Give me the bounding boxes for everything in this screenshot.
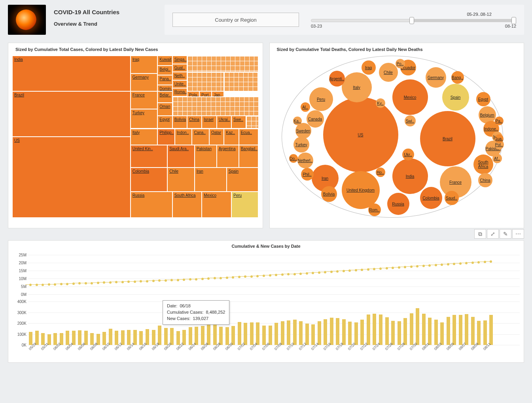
bar[interactable]: [428, 318, 432, 345]
bar[interactable]: [330, 318, 333, 345]
bar[interactable]: [281, 321, 284, 345]
bubble-cell[interactable]: Peru: [309, 87, 333, 111]
bubble-cell[interactable]: Bang..: [451, 71, 464, 84]
treemap-cell[interactable]: US: [12, 137, 131, 218]
treemap-cell[interactable]: India: [12, 56, 131, 91]
bar[interactable]: [201, 326, 204, 345]
bar[interactable]: [41, 333, 45, 345]
bar[interactable]: [410, 313, 413, 345]
bar[interactable]: [299, 321, 303, 345]
bar[interactable]: [318, 321, 321, 345]
slider-thumb-right[interactable]: [511, 17, 516, 24]
bar[interactable]: [127, 330, 131, 345]
bubble-cell[interactable]: Colombia: [420, 187, 442, 209]
bar[interactable]: [53, 333, 57, 345]
bar[interactable]: [90, 333, 94, 345]
bubble-cell[interactable]: Do..: [289, 154, 298, 163]
bubble-cell[interactable]: South Africa: [473, 154, 493, 174]
treemap-cell[interactable]: Kuwait: [157, 56, 172, 66]
bubble-cell[interactable]: Iraq: [362, 60, 376, 75]
treemap-cell[interactable]: Iran: [195, 168, 227, 192]
treemap-cell[interactable]: France: [131, 91, 157, 109]
treemap-cell[interactable]: Israel: [202, 116, 216, 129]
bar[interactable]: [189, 327, 192, 345]
bar[interactable]: [29, 332, 32, 345]
bar[interactable]: [311, 324, 315, 345]
bar[interactable]: [348, 322, 352, 345]
bar[interactable]: [102, 332, 106, 345]
treemap-cell[interactable]: Qatar: [209, 129, 224, 145]
bubble-cell[interactable]: Bolivia: [321, 186, 337, 202]
treemap-cell-minor[interactable]: [246, 116, 258, 129]
treemap-cell[interactable]: Spain: [227, 168, 259, 192]
bar[interactable]: [109, 329, 112, 345]
bubble-cell[interactable]: Turkey: [293, 137, 309, 153]
bubble-cell[interactable]: Af..: [492, 154, 502, 163]
treemap-cell[interactable]: Singa..: [172, 56, 187, 64]
bubble-cell[interactable]: Germany: [426, 67, 446, 88]
bubble-cell[interactable]: Ka..: [293, 117, 302, 125]
bubble-cell[interactable]: Rom..: [368, 203, 381, 216]
date-range-slider[interactable]: 05-29..08-12 03-23 08-12: [311, 12, 516, 28]
bar[interactable]: [176, 331, 180, 345]
treemap-cell[interactable]: Russia: [131, 192, 172, 218]
bar[interactable]: [275, 323, 278, 345]
treemap-cell[interactable]: Domin..: [157, 85, 172, 91]
bubble-cell[interactable]: Mexico: [392, 79, 428, 115]
treemap-cell[interactable]: Indon..: [175, 129, 192, 145]
bar[interactable]: [379, 314, 382, 345]
bar[interactable]: [121, 330, 125, 345]
bar[interactable]: [256, 322, 259, 345]
bubble-cell[interactable]: China: [478, 173, 492, 187]
treemap-cell[interactable]: Saudi Ara..: [167, 145, 194, 168]
treemap-cell[interactable]: Belar..: [157, 91, 172, 103]
slider-thumb-left[interactable]: [409, 17, 414, 24]
combo-chart[interactable]: 25M20M15M10M5M0M 400K300K200K100K0K 05/2…: [28, 251, 520, 354]
bubble-cell[interactable]: Gua..: [495, 134, 504, 143]
bar[interactable]: [250, 322, 254, 345]
treemap-cell[interactable]: Swe..: [231, 116, 246, 129]
bubble-cell[interactable]: Spain: [442, 84, 469, 111]
bar[interactable]: [398, 321, 401, 345]
bar[interactable]: [152, 330, 155, 345]
bar[interactable]: [164, 328, 168, 345]
line-point[interactable]: [490, 260, 492, 263]
treemap-cell[interactable]: Pana..: [157, 75, 172, 85]
country-region-button[interactable]: Country or Region: [172, 13, 299, 27]
bar[interactable]: [72, 331, 76, 345]
treemap-cell[interactable]: Guat..: [172, 64, 187, 72]
treemap-cell[interactable]: Germany: [131, 73, 157, 91]
bubble-cell[interactable]: Netherl..: [297, 153, 313, 168]
bar[interactable]: [213, 324, 217, 345]
treemap-cell[interactable]: Oman: [157, 103, 172, 116]
treemap-cell[interactable]: Pakistan: [195, 145, 217, 168]
bar[interactable]: [465, 314, 468, 345]
treemap-cell[interactable]: Banglad..: [239, 145, 259, 168]
bubble-cell[interactable]: Ho..: [376, 168, 385, 177]
bar[interactable]: [422, 314, 426, 345]
more-icon[interactable]: ⋯: [512, 229, 524, 239]
bar[interactable]: [391, 321, 395, 345]
detail-view-icon[interactable]: ⧉: [474, 229, 486, 239]
treemap-chart[interactable]: IndiaBrazilUSIraqGermanyFranceTurkeyItal…: [12, 56, 259, 218]
bubble-cell[interactable]: Po..: [396, 59, 405, 68]
bar[interactable]: [440, 322, 444, 345]
bubble-cell[interactable]: Ky..: [376, 98, 385, 108]
bar[interactable]: [158, 326, 161, 345]
treemap-cell[interactable]: Ukrai..: [217, 116, 231, 129]
bar[interactable]: [231, 326, 235, 345]
expand-icon[interactable]: ⤢: [487, 229, 499, 239]
treemap-cell-minor[interactable]: [187, 72, 224, 91]
bar[interactable]: [477, 321, 481, 345]
treemap-cell[interactable]: Mexico: [202, 192, 231, 218]
bubble-cell[interactable]: India: [392, 158, 428, 194]
bar[interactable]: [133, 330, 137, 345]
treemap-cell[interactable]: Kaz..: [224, 129, 239, 145]
bar[interactable]: [78, 330, 81, 345]
bar[interactable]: [269, 326, 272, 345]
bar[interactable]: [146, 329, 149, 345]
bar[interactable]: [287, 320, 290, 345]
bar[interactable]: [207, 324, 210, 345]
treemap-cell[interactable]: Ecua..: [239, 129, 259, 145]
bubble-cell[interactable]: Brazil: [420, 111, 475, 166]
